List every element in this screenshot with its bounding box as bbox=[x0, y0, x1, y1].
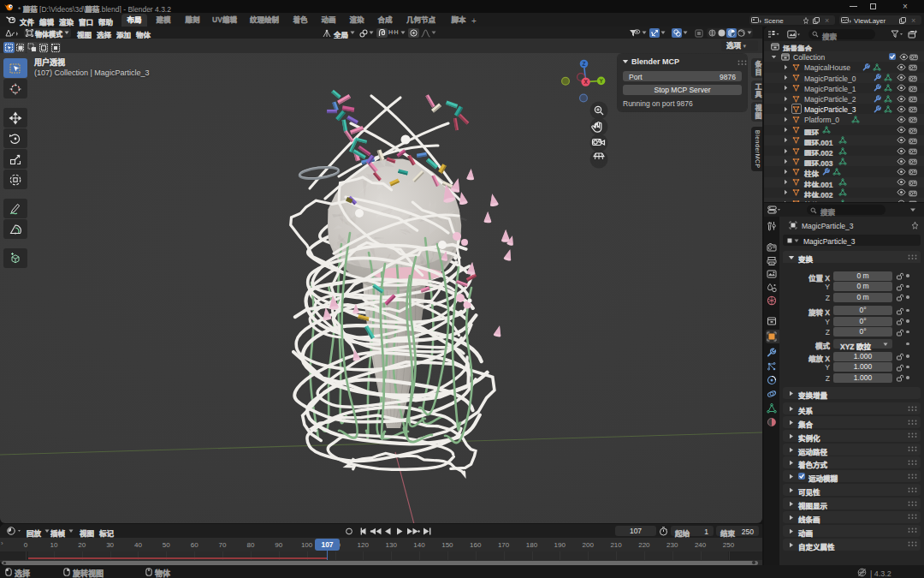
svg-text:Y: Y bbox=[599, 78, 603, 84]
svg-text:Z: Z bbox=[583, 61, 586, 67]
svg-text:X: X bbox=[583, 79, 588, 85]
